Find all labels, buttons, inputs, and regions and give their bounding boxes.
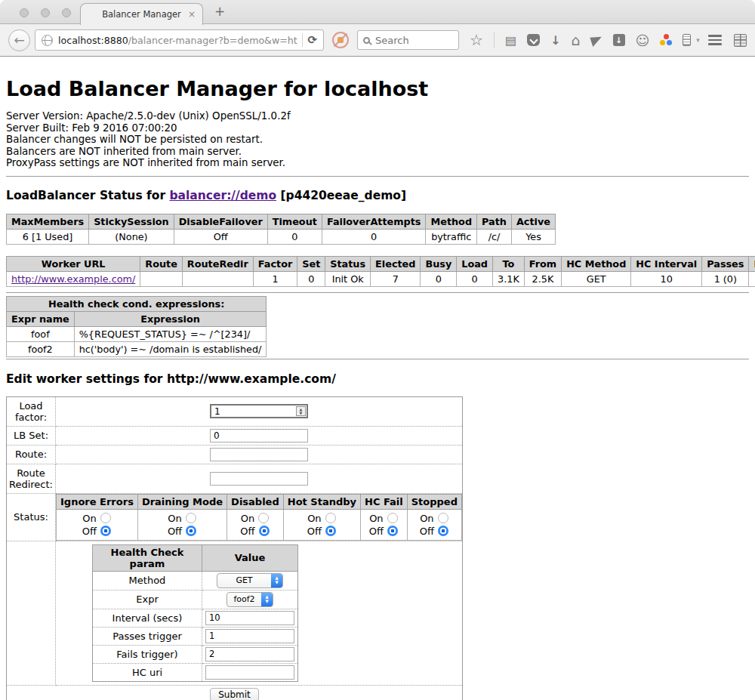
interval-secs-input[interactable] [205, 611, 294, 625]
search-bar[interactable] [357, 30, 459, 50]
method-select[interactable]: GET▲▼ [217, 573, 283, 588]
reading-list-icon[interactable]: ▤ [505, 33, 516, 48]
radio-ignore-errors-on[interactable] [100, 513, 111, 523]
save-panel-icon[interactable]: ↓ [613, 34, 625, 46]
url-bar[interactable]: localhost:8880/balancer-manager?b=demo&w… [35, 29, 324, 51]
radio-stopped-off[interactable] [438, 526, 448, 536]
worker-cell: Init Ok [325, 271, 371, 286]
radio-draining-mode-off[interactable] [186, 526, 196, 536]
expr-select[interactable]: foof2▲▼ [226, 592, 273, 607]
reload-icon[interactable]: ⟳ [307, 33, 319, 47]
status-cell-hot-standby: OnOff [283, 509, 360, 540]
blocked-content-icon[interactable] [332, 32, 349, 48]
tab-close-icon[interactable]: × [188, 9, 196, 20]
submit-button[interactable]: Submit [210, 688, 259, 700]
url-domain: localhost:8880 [58, 35, 128, 46]
status-header-row: Ignore ErrorsDraining ModeDisabledHot St… [57, 494, 462, 509]
server-version-line: Server Version: Apache/2.5.0-dev (Unix) … [6, 110, 749, 122]
worker-column-header: Set [297, 256, 325, 271]
hc-uri-value-cell [202, 663, 298, 681]
balancer-demo-link[interactable]: balancer://demo [169, 189, 276, 202]
load-factor-value-cell: ▲▼ [56, 396, 463, 426]
expr-column-header: Expression [74, 311, 267, 326]
send-tab-icon[interactable] [590, 34, 603, 47]
radio-line: Off [141, 525, 223, 538]
route-input[interactable] [210, 448, 308, 461]
select-stepper-icon: ▲▼ [271, 573, 282, 588]
expr-name-cell: foof [7, 326, 75, 341]
close-window-button[interactable] [20, 8, 29, 17]
status-options-table: Ignore ErrorsDraining ModeDisabledHot St… [56, 494, 462, 541]
lb-cell: 6 [1 Used] [7, 229, 89, 244]
worker-url-link[interactable]: http://www.example.com/ [11, 273, 135, 285]
search-icon [363, 37, 370, 44]
fails-trigger-label: Fails trigger) [93, 645, 202, 663]
route-value-cell [56, 445, 463, 464]
tab-balancer-manager[interactable]: Balancer Manager × [80, 3, 203, 25]
radio-line: Off [287, 525, 357, 538]
hc-uri-label: HC uri [93, 663, 202, 681]
lb-column-header: FailoverAttempts [322, 214, 426, 229]
select-value: GET [217, 575, 271, 585]
search-input[interactable] [375, 35, 443, 46]
down-arrow-icon: ▼ [275, 581, 278, 585]
hc-uri-input[interactable] [205, 665, 294, 680]
health-check-expressions-table: Health check cond. expressions:Expr name… [6, 296, 267, 357]
fails-trigger-input[interactable] [205, 647, 294, 661]
home-icon[interactable]: ⌂ [571, 32, 580, 48]
bookmark-star-icon[interactable]: ☆ [470, 32, 483, 48]
route-redirect-input[interactable] [210, 472, 308, 486]
minimize-window-button[interactable] [41, 8, 50, 17]
status-column-hot-standby: Hot Standby [283, 494, 360, 509]
down-arrow-icon: ▼ [265, 600, 268, 604]
zoom-window-button[interactable] [62, 8, 71, 17]
passes-trigger-input[interactable] [205, 629, 294, 643]
radio-disabled-off[interactable] [259, 526, 270, 536]
separator [6, 176, 749, 177]
interval-secs-value-cell [202, 609, 298, 627]
back-button[interactable]: ← [8, 29, 30, 51]
status-cell-hc-fail: OnOff [361, 509, 408, 540]
expression-cell: hc('body') =~ /domain is established/ [74, 341, 267, 356]
tab-title: Balancer Manager [102, 9, 181, 20]
radio-hot-standby-on[interactable] [325, 513, 336, 523]
expr-row: foof2hc('body') =~ /domain is establishe… [7, 341, 267, 356]
method-label: Method [93, 571, 202, 590]
red-dot [664, 34, 669, 39]
pocket-icon[interactable] [527, 34, 540, 46]
worker-column-header: Busy [421, 256, 457, 271]
url-text: localhost:8880/balancer-manager?b=demo&w… [58, 35, 297, 46]
radio-label: Off [369, 525, 384, 538]
lb-heading-prefix: LoadBalancer Status for [6, 189, 169, 202]
downloads-icon[interactable]: ↓ [550, 33, 560, 48]
expr-row: Exprfoof2▲▼ [93, 590, 298, 609]
passes-trigger-value-cell [202, 627, 298, 645]
lb-column-header: MaxMembers [7, 214, 89, 229]
menu-icon[interactable] [708, 35, 722, 45]
number-stepper-icon: ▲▼ [296, 406, 306, 416]
radio-hc-fail-off[interactable] [387, 526, 398, 536]
load-factor-input[interactable] [210, 404, 308, 418]
select-value: foof2 [227, 594, 261, 604]
toolbar-icons: ☆ ▤ ↓ ⌂ ↓ ☺ ▾ [470, 32, 700, 48]
worker-cell: 0 [457, 271, 493, 286]
radio-ignore-errors-off[interactable] [100, 526, 111, 536]
worker-cell [140, 271, 183, 286]
radio-line: Off [230, 525, 280, 538]
radio-line: Off [60, 525, 134, 538]
balancers-notice-line: Balancers are NOT inherited from main se… [6, 146, 749, 158]
radio-hc-fail-on[interactable] [387, 513, 398, 523]
radio-hot-standby-off[interactable] [325, 526, 336, 536]
radio-stopped-on[interactable] [438, 513, 448, 523]
radio-line: On [230, 512, 280, 525]
radio-disabled-on[interactable] [258, 513, 269, 523]
feedback-smiley-icon[interactable]: ☺ [636, 32, 650, 48]
lb-set-input[interactable] [210, 429, 308, 443]
colored-dots-icon[interactable] [660, 34, 672, 46]
extension-grid-icon[interactable] [734, 34, 747, 47]
new-tab-button[interactable]: + [214, 4, 225, 19]
radio-draining-mode-on[interactable] [186, 513, 196, 523]
device-icon[interactable] [683, 34, 691, 46]
worker-cell: 1 (0) [702, 271, 749, 286]
chevron-down-icon[interactable]: ▾ [696, 36, 700, 44]
